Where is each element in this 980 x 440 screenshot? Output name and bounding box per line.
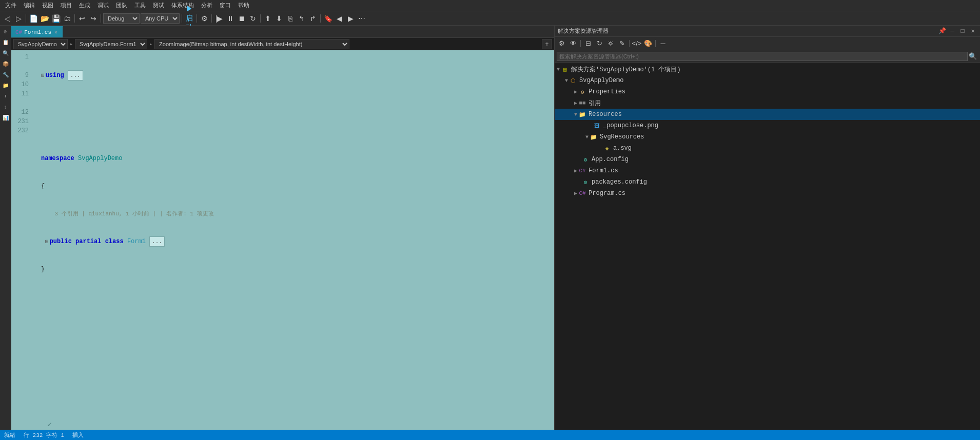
tree-item-appconfig[interactable]: ⚙ App.config — [555, 154, 980, 165]
sol-btn-refresh[interactable]: ↻ — [594, 38, 604, 49]
tree-arrow-form1cs[interactable]: ▶ — [574, 168, 577, 174]
tree-item-properties[interactable]: ▶ ⚙ Properties — [555, 86, 980, 97]
tree-item-svgresources[interactable]: ▼ 📁 SvgResources — [555, 131, 980, 143]
menu-item-file[interactable]: 文件 — [2, 1, 19, 10]
tree-item-form1cs[interactable]: ▶ C# Form1.cs — [555, 165, 980, 176]
menu-item-edit[interactable]: 编辑 — [21, 1, 38, 10]
tree-item-solution[interactable]: ▼ ▤ 解决方案'SvgApplyDemo'(1 个项目) — [555, 64, 980, 75]
tree-item-popupclose[interactable]: 🖼 _popupclose.png — [555, 120, 980, 131]
code-editor[interactable]: 1 9 10 11 12 231 232 ⊞using ... namespac… — [11, 50, 554, 430]
tree-item-refs[interactable]: ▶ ■■ 引用 — [555, 97, 980, 109]
method-dropdown[interactable]: ZoomImage(Bitmap bitmap, int destWidth, … — [154, 39, 349, 49]
tree-arrow-programcs[interactable]: ▶ — [574, 190, 577, 196]
tree-item-programcs[interactable]: ▶ C# Program.cs — [555, 188, 980, 199]
pin-btn[interactable]: 📌 — [938, 27, 946, 35]
menu-item-tools[interactable]: 工具 — [131, 1, 149, 10]
sol-btn-designer[interactable]: 🎨 — [643, 38, 653, 49]
toolbar-btn-11[interactable]: ▶ — [345, 13, 356, 24]
sidebar-icon-6[interactable]: 📁 — [1, 81, 11, 91]
sidebar-icon-8[interactable]: ↕ — [1, 102, 11, 112]
code-line-231: } — [41, 265, 554, 274]
tree-arrow-solution[interactable]: ▼ — [557, 67, 560, 72]
sol-btn-view-code[interactable]: </> — [632, 38, 642, 49]
toolbar-btn-9[interactable]: ↱ — [308, 13, 318, 24]
menu-item-help[interactable]: 帮助 — [235, 1, 252, 10]
menu-item-build[interactable]: 生成 — [76, 1, 93, 10]
close-solution-btn[interactable]: ✕ — [969, 27, 977, 35]
tree-label-packagesconfig: packages.config — [592, 178, 647, 186]
tab-form1cs[interactable]: C# Form1.cs ✕ — [11, 26, 63, 37]
toolbar-new-btn[interactable]: 📄 — [28, 13, 38, 24]
toolbar-undo-btn[interactable]: ↩ — [77, 13, 87, 24]
sol-btn-pending[interactable]: ✎ — [617, 38, 627, 49]
toolbar-redo-btn[interactable]: ↪ — [88, 13, 99, 24]
collapsed-class[interactable]: ... — [149, 236, 165, 247]
toolbar-btn-10[interactable]: ◀ — [334, 13, 344, 24]
tree-arrow-resources[interactable]: ▼ — [574, 112, 577, 117]
toolbar-btn-8[interactable]: ↰ — [297, 13, 307, 24]
menu-item-project[interactable]: 项目 — [57, 1, 75, 10]
solution-tree[interactable]: ▼ ▤ 解决方案'SvgApplyDemo'(1 个项目) ▼ ⬡ SvgApp… — [555, 63, 980, 430]
sol-btn-showall[interactable]: 👁 — [568, 38, 578, 49]
expand-btn-2[interactable]: ⊞ — [45, 237, 49, 246]
tree-arrow-properties[interactable]: ▶ — [574, 89, 577, 95]
toolbar-btn-7[interactable]: ⎘ — [285, 13, 296, 24]
sidebar-icon-3[interactable]: 🔍 — [1, 48, 11, 58]
tree-item-project[interactable]: ▼ ⬡ SvgApplyDemo — [555, 75, 980, 86]
toolbar-bookmark-btn[interactable]: 🔖 — [323, 13, 333, 24]
toolbar-btn-4[interactable]: ↻ — [248, 13, 258, 24]
code-content[interactable]: ⊞using ... namespace SvgApplyDemo { 3 个引… — [37, 50, 554, 430]
config-dropdown[interactable]: Debug Release — [103, 13, 140, 24]
tree-item-packagesconfig[interactable]: ⚙ packages.config — [555, 176, 980, 188]
toolbar-btn-6[interactable]: ⬇ — [274, 13, 284, 24]
tree-item-asvg[interactable]: ◈ a.svg — [555, 143, 980, 154]
expand-btn-1[interactable]: ⊞ — [41, 71, 45, 80]
toolbar-btn-2[interactable]: ⏸ — [225, 13, 236, 24]
minimize-btn[interactable]: ─ — [948, 27, 956, 35]
toolbar-btn-5[interactable]: ⬆ — [263, 13, 273, 24]
toolbar-save-btn[interactable]: 💾 — [51, 13, 61, 24]
attach-btn[interactable]: ⚙ — [199, 13, 209, 24]
sidebar-icon-4[interactable]: 📦 — [1, 59, 11, 69]
toolbar-btn-3[interactable]: ⏹ — [237, 13, 247, 24]
sol-btn-minus[interactable]: ─ — [658, 38, 668, 49]
sol-btn-filter[interactable]: ⛭ — [605, 38, 616, 49]
platform-dropdown[interactable]: Any CPU x86 x64 — [141, 13, 180, 24]
tree-arrow-svgresources[interactable]: ▼ — [585, 134, 589, 140]
menu-bar: 文件 编辑 视图 项目 生成 调试 团队 工具 测试 体系结构 分析 窗口 帮助 — [0, 0, 980, 11]
nav-expand-btn[interactable]: + — [542, 39, 552, 49]
sol-btn-properties[interactable]: ⚙ — [557, 38, 567, 49]
menu-item-window[interactable]: 窗口 — [217, 1, 234, 10]
sidebar-icon-1[interactable]: ⚙ — [1, 27, 11, 37]
toolbar-btn-1[interactable]: |▶ — [214, 13, 224, 24]
toolbar-forward-btn[interactable]: ▷ — [13, 13, 24, 24]
menu-item-view[interactable]: 视图 — [39, 1, 56, 10]
tree-arrow-project[interactable]: ▼ — [565, 78, 568, 84]
sidebar-icon-2[interactable]: 📋 — [1, 37, 11, 48]
menu-item-debug[interactable]: 调试 — [94, 1, 112, 10]
namespace-dropdown[interactable]: SvgApplyDemo — [13, 39, 68, 49]
toolbar-btn-12[interactable]: ⋯ — [357, 13, 367, 24]
toolbar-back-btn[interactable]: ◁ — [2, 13, 12, 24]
toolbar-open-btn[interactable]: 📂 — [40, 13, 50, 24]
main-layout: ⚙ 📋 🔍 📦 🔧 📁 ⬇ ↕ 📊 C# Form1.cs ✕ SvgApply… — [0, 26, 980, 430]
toolbar-saveall-btn[interactable]: 🗂 — [62, 13, 72, 24]
sidebar-icon-7[interactable]: ⬇ — [1, 91, 11, 102]
menu-item-team[interactable]: 团队 — [113, 1, 130, 10]
menu-item-analyze[interactable]: 分析 — [198, 1, 215, 10]
sol-btn-collapse[interactable]: ⊟ — [583, 38, 593, 49]
search-icon-btn[interactable]: 🔍 — [968, 51, 978, 62]
sidebar-icon-5[interactable]: 🔧 — [1, 70, 11, 80]
tree-arrow-refs[interactable]: ▶ — [574, 100, 577, 106]
solution-search-input[interactable] — [557, 52, 968, 61]
tab-close-btn[interactable]: ✕ — [53, 29, 58, 35]
start-button[interactable]: ▶ 启动 — [184, 13, 194, 24]
tree-item-resources[interactable]: ▼ 📁 Resources — [555, 109, 980, 120]
nav-arrow-1: ▸ — [70, 41, 73, 47]
collapsed-using[interactable]: ... — [68, 70, 83, 81]
class-dropdown[interactable]: SvgApplyDemo.Form1 — [75, 39, 147, 49]
project-icon: ⬡ — [569, 76, 577, 85]
menu-item-test[interactable]: 测试 — [150, 1, 167, 10]
sidebar-icon-9[interactable]: 📊 — [1, 113, 11, 123]
maximize-btn[interactable]: □ — [958, 27, 967, 35]
